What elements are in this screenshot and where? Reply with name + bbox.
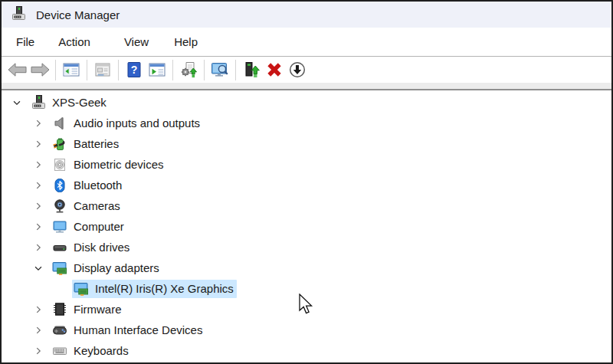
- tree-node[interactable]: Batteries: [51, 135, 122, 153]
- display-adapter-icon: [74, 281, 89, 297]
- tree-row-computer: Computer: [2, 216, 611, 237]
- computer-root-icon: [31, 95, 46, 110]
- console-window-icon: [148, 61, 166, 79]
- toolbar-separator: [204, 60, 205, 80]
- chevron-collapsed-icon[interactable]: [32, 200, 44, 212]
- disk-icon: [52, 240, 67, 255]
- titlebar: Device Manager: [2, 2, 611, 28]
- back-button[interactable]: [5, 58, 28, 81]
- keyboard-icon: [52, 343, 67, 359]
- tree-node-label: Firmware: [74, 302, 122, 317]
- show-console-window-button[interactable]: [146, 58, 169, 81]
- tree-node-label: Human Interface Devices: [74, 323, 202, 338]
- tree-node-label: Keyboards: [74, 343, 129, 359]
- tree-node-label: Biometric devices: [74, 157, 164, 172]
- tree-node-label: Disk drives: [74, 240, 129, 255]
- chevron-collapsed-icon[interactable]: [32, 117, 44, 130]
- uninstall-icon: [265, 61, 284, 79]
- chevron-expanded-icon[interactable]: [11, 97, 23, 109]
- chevron-collapsed-icon[interactable]: [32, 221, 44, 233]
- tree-node[interactable]: XPS-Geek: [29, 93, 110, 112]
- tree-row-audio-inputs-and-outputs: Audio inputs and outputs: [2, 113, 611, 133]
- chevron-collapsed-icon[interactable]: [32, 138, 44, 150]
- tree-node-label: Audio inputs and outputs: [74, 116, 200, 131]
- display-adapter-icon: [52, 261, 67, 276]
- tree-node-label: Display adapters: [74, 261, 159, 276]
- tree-row-batteries: Batteries: [2, 133, 611, 154]
- properties-icon: [93, 61, 112, 79]
- toolbar-separator: [118, 60, 119, 80]
- menu-help[interactable]: Help: [166, 30, 206, 54]
- chevron-collapsed-icon[interactable]: [32, 345, 44, 357]
- toolbar-separator: [235, 60, 236, 80]
- tree-node[interactable]: Bluetooth: [51, 176, 125, 195]
- tree-node-label: Intel(R) Iris(R) Xe Graphics: [95, 281, 234, 297]
- tree-node[interactable]: Firmware: [51, 300, 125, 319]
- chevron-collapsed-icon[interactable]: [32, 303, 44, 316]
- tree-node[interactable]: Cameras: [51, 197, 123, 215]
- toolbar-separator: [87, 60, 87, 80]
- scan-for-hardware-changes-button[interactable]: [177, 58, 200, 81]
- properties-button[interactable]: [91, 58, 114, 81]
- disable-icon: [288, 61, 306, 79]
- tree-row-xps-geek: XPS-Geek: [2, 92, 611, 113]
- tree-row-keyboards: Keyboards: [2, 340, 611, 361]
- tree-node[interactable]: Human Interface Devices: [51, 321, 205, 339]
- monitor-icon: [52, 219, 67, 234]
- update-driver-button[interactable]: [240, 58, 263, 81]
- tree-node[interactable]: Disk drives: [51, 238, 133, 257]
- firmware-chip-icon: [52, 302, 67, 317]
- fingerprint-icon: [52, 157, 67, 172]
- tree-node[interactable]: Audio inputs and outputs: [51, 114, 203, 133]
- window-title: Device Manager: [36, 8, 120, 21]
- uninstall-device-button[interactable]: [263, 58, 286, 81]
- chevron-expanded-icon[interactable]: [32, 262, 44, 274]
- speaker-icon: [52, 116, 67, 131]
- help-icon: ?: [125, 61, 143, 79]
- arrow-left-icon: [7, 61, 28, 78]
- console-tree-icon: [62, 61, 80, 79]
- tree-node-label: Batteries: [74, 136, 119, 152]
- device-tree: XPS-GeekAudio inputs and outputsBatterie…: [2, 90, 611, 361]
- toolbar-separator: [172, 60, 173, 80]
- disable-device-button[interactable]: [286, 58, 309, 81]
- tree-row-biometric-devices: Biometric devices: [2, 154, 611, 175]
- tree-node[interactable]: Biometric devices: [51, 156, 167, 174]
- tree-row-bluetooth: Bluetooth: [2, 175, 611, 195]
- forward-button[interactable]: [28, 58, 51, 81]
- chevron-collapsed-icon[interactable]: [32, 159, 44, 171]
- chevron-collapsed-icon[interactable]: [32, 179, 44, 192]
- computer-search-button[interactable]: [208, 58, 231, 81]
- tree-node[interactable]: Intel(R) Iris(R) Xe Graphics: [72, 280, 237, 298]
- battery-icon: [52, 136, 67, 152]
- menu-view[interactable]: View: [116, 30, 157, 54]
- chevron-collapsed-icon[interactable]: [32, 241, 44, 254]
- scan-hardware-icon: [179, 61, 198, 79]
- tree-row-firmware: Firmware: [2, 299, 611, 320]
- tree-row-cameras: Cameras: [2, 195, 611, 216]
- show-hide-console-tree-button[interactable]: [60, 58, 83, 81]
- chevron-collapsed-icon[interactable]: [32, 324, 44, 336]
- device-manager-app-icon: [11, 6, 28, 23]
- camera-icon: [52, 198, 67, 214]
- bluetooth-icon: [52, 178, 67, 193]
- tree-node[interactable]: Display adapters: [51, 259, 162, 277]
- tree-row-display-adapters: Display adapters: [2, 257, 611, 278]
- tree-row-intel-r-iris-r-xe-graphics: Intel(R) Iris(R) Xe Graphics: [2, 278, 611, 299]
- tree-node[interactable]: Keyboards: [51, 342, 132, 360]
- gamepad-icon: [52, 323, 67, 338]
- svg-text:?: ?: [131, 64, 138, 76]
- help-button[interactable]: ?: [123, 58, 146, 81]
- toolbar: ?: [2, 57, 611, 83]
- tree-node-label: Bluetooth: [74, 178, 122, 193]
- toolbar-separator: [55, 60, 56, 80]
- tree-node[interactable]: Computer: [51, 218, 127, 236]
- arrow-right-icon: [30, 61, 51, 78]
- tree-row-human-interface-devices: Human Interface Devices: [2, 320, 611, 340]
- menu-action[interactable]: Action: [50, 30, 99, 54]
- tree-node-label: Computer: [74, 219, 124, 234]
- menu-file[interactable]: File: [8, 30, 43, 54]
- menu-bar: FileActionViewHelp: [2, 28, 611, 57]
- chevron-spacer: [54, 283, 66, 295]
- toolbar-bottom-edge: [2, 83, 611, 90]
